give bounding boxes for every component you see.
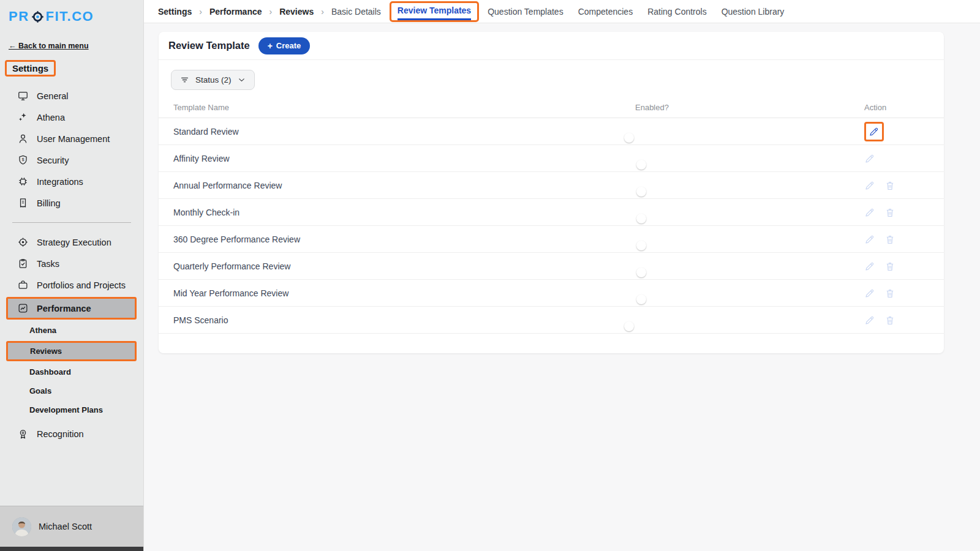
trash-icon[interactable] [884, 261, 895, 272]
review-template-card: Review Template + Create Status (2) Temp… [159, 32, 944, 353]
medal-icon [17, 428, 29, 440]
logo-text-suffix: FIT.CO [46, 9, 94, 24]
trash-icon[interactable] [884, 207, 895, 218]
content-area: Review Template + Create Status (2) Temp… [144, 23, 980, 551]
shield-icon [17, 154, 29, 166]
tab-review-templates-label: Review Templates [398, 6, 471, 20]
template-name: Annual Performance Review [173, 181, 635, 190]
template-name: 360 Degree Performance Review [173, 234, 635, 244]
user-profile-bar[interactable]: Michael Scott [0, 506, 143, 547]
toggle-knob [636, 214, 646, 223]
create-button-label: Create [276, 41, 301, 50]
sparkles-icon [17, 111, 29, 123]
sidebar-item-label: Security [37, 156, 69, 165]
topbar: Settings › Performance › Reviews › Basic… [144, 0, 980, 23]
sidebar-item-label: Strategy Execution [37, 238, 111, 247]
sidebar-subitem-athena[interactable]: Athena [0, 321, 143, 340]
sidebar: PR FIT.CO ← Back to main menu Settings G… [0, 0, 144, 551]
sidebar-item-security[interactable]: Security [0, 149, 143, 171]
sidebar-item-label: Athena [37, 113, 65, 122]
pencil-icon[interactable] [864, 261, 875, 272]
chart-icon [17, 302, 29, 314]
plus-icon: + [268, 41, 273, 51]
toggle-knob [636, 187, 646, 197]
table-row-affinity-review: Affinity Review [159, 145, 944, 172]
status-filter-dropdown[interactable]: Status (2) [171, 70, 255, 90]
pencil-icon [869, 126, 880, 137]
sidebar-subitem-development-plans[interactable]: Development Plans [0, 400, 143, 419]
trash-icon[interactable] [884, 288, 895, 299]
status-filter-label: Status (2) [195, 75, 232, 84]
app-root: PR FIT.CO ← Back to main menu Settings G… [0, 0, 980, 551]
sidebar-item-label: Performance [37, 304, 91, 313]
sidebar-item-label: General [37, 91, 69, 101]
sidebar-item-tasks[interactable]: Tasks [0, 253, 143, 274]
create-button[interactable]: + Create [258, 37, 311, 54]
toggle-knob [636, 241, 646, 250]
main-area: Settings › Performance › Reviews › Basic… [144, 0, 980, 551]
breadcrumb-separator: › [199, 7, 202, 17]
sidebar-item-general[interactable]: General [0, 85, 143, 107]
briefcase-icon [17, 279, 29, 291]
edit-button-highlighted[interactable] [864, 122, 884, 141]
receipt-icon [17, 197, 29, 209]
sidebar-item-billing[interactable]: Billing [0, 192, 143, 214]
trash-icon[interactable] [884, 180, 895, 191]
logo-text-prefix: PR [9, 9, 29, 24]
breadcrumb-reviews[interactable]: Reviews [279, 7, 314, 17]
template-name: Mid Year Performance Review [173, 288, 635, 298]
sidebar-item-athena[interactable]: Athena [0, 107, 143, 128]
clipboard-check-icon [17, 258, 29, 269]
pencil-icon[interactable] [864, 288, 875, 299]
tab-basic-details[interactable]: Basic Details [331, 7, 381, 17]
pencil-icon[interactable] [864, 180, 875, 191]
card-header: Review Template + Create [159, 32, 944, 60]
sidebar-subitem-goals[interactable]: Goals [0, 381, 143, 400]
tab-review-templates[interactable]: Review Templates [390, 1, 479, 22]
table-row-monthly-check-in: Monthly Check-in [159, 199, 944, 226]
pencil-icon[interactable] [864, 207, 875, 218]
table-row-pms-scenario: PMS Scenario [159, 307, 944, 334]
tab-question-library[interactable]: Question Library [722, 7, 785, 17]
breadcrumb-settings[interactable]: Settings [158, 7, 192, 17]
sidebar-section-title-settings: Settings [5, 60, 56, 77]
user-name: Michael Scott [39, 522, 92, 531]
trash-icon[interactable] [884, 315, 895, 326]
target-icon [17, 236, 29, 248]
toggle-knob [624, 321, 634, 331]
brand-logo: PR FIT.CO [0, 0, 143, 24]
logo-target-icon [31, 10, 44, 23]
sidebar-item-performance[interactable]: Performance [6, 297, 137, 320]
review-templates-table: Template Name Enabled? Action Standard R… [159, 97, 944, 334]
toggle-knob [636, 160, 646, 170]
trash-icon[interactable] [884, 234, 895, 245]
back-to-main-menu-link[interactable]: ← Back to main menu [9, 42, 143, 50]
pencil-icon[interactable] [864, 153, 875, 164]
toggle-knob [624, 133, 634, 143]
sidebar-item-portfolios-and-projects[interactable]: Portfolios and Projects [0, 274, 143, 296]
tab-question-templates[interactable]: Question Templates [488, 7, 563, 17]
page-title: Review Template [168, 40, 250, 51]
sidebar-item-strategy-execution[interactable]: Strategy Execution [0, 231, 143, 253]
pencil-icon[interactable] [864, 234, 875, 245]
tab-rating-controls[interactable]: Rating Controls [647, 7, 707, 17]
sidebar-item-recognition[interactable]: Recognition [0, 423, 143, 444]
template-name: Monthly Check-in [173, 208, 635, 217]
column-header-enabled: Enabled? [635, 103, 856, 112]
table-row-mid-year-performance-review: Mid Year Performance Review [159, 280, 944, 307]
sidebar-item-integrations[interactable]: Integrations [0, 171, 143, 192]
toggle-knob [636, 294, 646, 304]
sidebar-subitem-dashboard[interactable]: Dashboard [0, 362, 143, 381]
sidebar-subitem-reviews[interactable]: Reviews [6, 341, 137, 361]
sidebar-bottom-strip [0, 547, 143, 551]
table-row-quarterly-performance-review: Quarterly Performance Review [159, 253, 944, 280]
breadcrumb-separator: › [321, 7, 324, 17]
monitor-icon [17, 90, 29, 102]
avatar [12, 517, 31, 536]
tab-competencies[interactable]: Competencies [578, 7, 633, 17]
sidebar-item-user-management[interactable]: User Management [0, 128, 143, 149]
column-header-template-name: Template Name [173, 103, 635, 112]
sidebar-item-label: Integrations [37, 177, 83, 187]
breadcrumb-performance[interactable]: Performance [209, 7, 262, 17]
pencil-icon[interactable] [864, 315, 875, 326]
